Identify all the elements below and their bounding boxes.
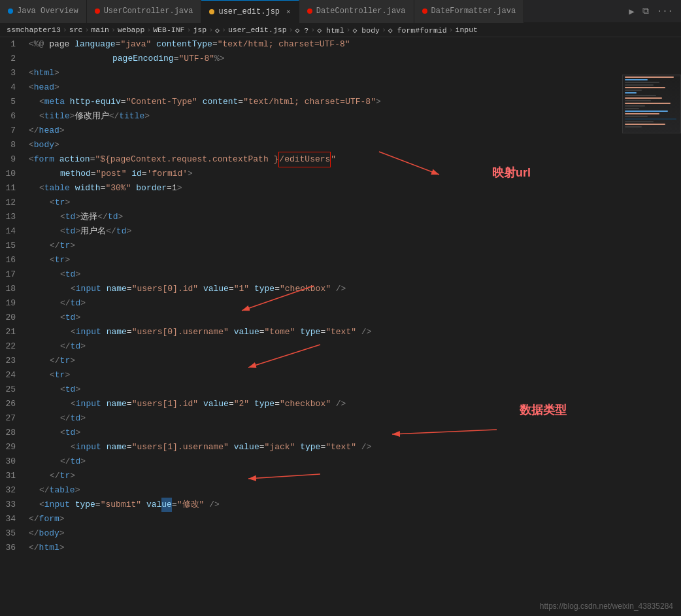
line-num-34: 34 [5, 512, 16, 526]
code-line-24: <tr> [24, 368, 616, 383]
line-num-23: 23 [5, 354, 16, 368]
line-num-27: 27 [5, 411, 16, 426]
line-num-22: 22 [5, 339, 16, 354]
line-num-25: 25 [5, 383, 16, 397]
line-num-12: 12 [5, 196, 16, 210]
line-num-28: 28 [5, 426, 16, 440]
tab-close-icon[interactable]: ✕ [286, 7, 291, 16]
code-line-16: <tr> [24, 253, 616, 267]
breadcrumb-part[interactable]: main [91, 26, 109, 34]
line-num-5: 5 [5, 95, 16, 109]
line-num-4: 4 [5, 80, 16, 95]
tab-user-controller[interactable]: UserController.java [87, 0, 202, 23]
line-num-21: 21 [5, 325, 16, 339]
line-num-14: 14 [5, 224, 16, 239]
more-actions-icon[interactable]: ··· [654, 5, 676, 18]
tab-date-controller[interactable]: DateController.java [299, 0, 414, 23]
breadcrumb-part[interactable]: input [456, 26, 478, 34]
code-line-17: <td> [24, 267, 616, 282]
breadcrumb-part[interactable]: ◇ ? [295, 26, 309, 35]
line-num-30: 30 [5, 454, 16, 469]
line-num-8: 8 [5, 138, 16, 152]
code-line-19: </td> [24, 296, 616, 311]
tab-user-edit-jsp[interactable]: user_edit.jsp ✕ [201, 0, 299, 23]
tab-bar: Java Overview UserController.java user_e… [0, 0, 681, 23]
breadcrumb-part[interactable]: ◇ form#formid [388, 26, 447, 35]
code-line-2: pageEncoding="UTF-8"%> [24, 52, 616, 66]
code-line-30: </td> [24, 454, 616, 469]
breadcrumb-part[interactable]: webapp [118, 26, 144, 34]
code-line-20: <td> [24, 311, 616, 325]
code-line-21: <input name="users[0].username" value="t… [24, 325, 616, 339]
code-line-27: </td> [24, 411, 616, 426]
code-line-32: </table> [24, 483, 616, 498]
line-num-2: 2 [5, 52, 16, 66]
code-line-26: <input name="users[1].id" value="2" type… [24, 397, 616, 411]
breadcrumb-part[interactable]: user_edit.jsp [228, 26, 287, 34]
editor-area: 1 2 3 4 5 6 7 8 9 10 11 12 13 14 15 16 1… [0, 37, 681, 616]
breadcrumb-part[interactable]: ◇ body [353, 26, 380, 35]
line-num-26: 26 [5, 397, 16, 411]
line-num-24: 24 [5, 368, 16, 383]
line-numbers: 1 2 3 4 5 6 7 8 9 10 11 12 13 14 15 16 1… [0, 37, 24, 616]
breadcrumb-part[interactable]: ◇ html [317, 26, 344, 35]
code-line-10: method="post" id='formid'> [24, 167, 616, 181]
code-line-18: <input name="users[0].id" value="1" type… [24, 282, 616, 296]
tab-actions: ▶ ⧉ ··· [626, 5, 681, 18]
code-line-5: <meta http-equiv="Content-Type" content=… [24, 95, 616, 109]
split-editor-icon[interactable]: ⧉ [640, 5, 652, 18]
line-num-6: 6 [5, 109, 16, 124]
tab-java-overview[interactable]: Java Overview [0, 0, 87, 23]
line-num-18: 18 [5, 282, 16, 296]
line-num-17: 17 [5, 267, 16, 282]
line-num-11: 11 [5, 181, 16, 196]
line-num-13: 13 [5, 210, 16, 224]
tab-label: DateController.java [316, 7, 406, 16]
breadcrumb-part[interactable]: src [69, 26, 83, 34]
watermark: https://blog.csdn.net/weixin_43835284 [540, 602, 673, 611]
line-num-19: 19 [5, 296, 16, 311]
code-line-15: </tr> [24, 239, 616, 253]
code-line-29: <input name="users[1].username" value="j… [24, 440, 616, 454]
minimap [622, 75, 681, 133]
tab-label: user_edit.jsp [218, 7, 280, 16]
breadcrumb-part[interactable]: jsp [193, 26, 207, 34]
code-line-14: <td>用户名</td> [24, 224, 616, 239]
tab-label: UserController.java [104, 7, 193, 16]
tab-dot [95, 9, 100, 14]
run-icon[interactable]: ▶ [626, 5, 637, 18]
code-line-34: </form> [24, 512, 616, 526]
code-line-31: </tr> [24, 469, 616, 483]
breadcrumb-part[interactable]: ◇ [215, 26, 220, 35]
tab-dot [209, 9, 214, 14]
line-num-33: 33 [5, 498, 16, 512]
code-line-1: <%@ page language="java" contentType="te… [24, 37, 616, 52]
code-line-8: <body> [24, 138, 616, 152]
code-line-9: <form action="${pageContext.request.cont… [24, 152, 616, 167]
code-line-23: </tr> [24, 354, 616, 368]
code-line-35: </body> [24, 526, 616, 541]
code-line-36: </html> [24, 541, 616, 555]
code-line-25: <td> [24, 383, 616, 397]
tab-label: DateFormatter.java [431, 7, 516, 16]
tab-dot [307, 9, 312, 14]
line-num-10: 10 [5, 167, 16, 181]
line-num-3: 3 [5, 66, 16, 80]
code-content[interactable]: <%@ page language="java" contentType="te… [24, 37, 681, 616]
tab-label: Java Overview [17, 7, 78, 16]
tab-date-formatter[interactable]: DateFormatter.java [414, 0, 525, 23]
line-num-16: 16 [5, 253, 16, 267]
code-line-7: </head> [24, 124, 616, 138]
code-line-11: <table width="30%" border=1> [24, 181, 616, 196]
breadcrumb: ssmchapter13 › src › main › webapp › WEB… [0, 23, 681, 37]
breadcrumb-part[interactable]: WEB-INF [153, 26, 184, 34]
code-line-13: <td>选择</td> [24, 210, 616, 224]
tab-dot [422, 9, 427, 14]
breadcrumb-part[interactable]: ssmchapter13 [7, 26, 61, 34]
line-num-7: 7 [5, 124, 16, 138]
code-line-3: <html> [24, 66, 616, 80]
code-line-12: <tr> [24, 196, 616, 210]
tab-dot [8, 9, 13, 14]
line-num-32: 32 [5, 483, 16, 498]
line-num-35: 35 [5, 526, 16, 541]
